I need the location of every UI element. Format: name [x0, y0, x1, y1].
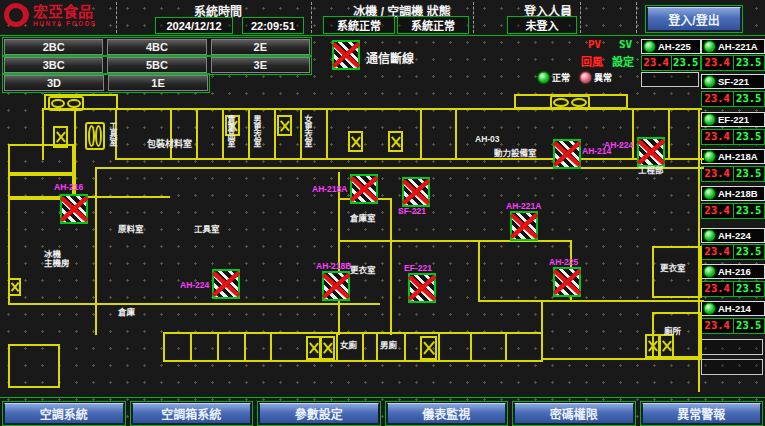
map-wall: [376, 332, 378, 362]
empty-slot: [701, 359, 763, 375]
map-wall: [570, 240, 572, 302]
map-wall: [668, 108, 670, 160]
unit-ah-218b[interactable]: AH-218B: [701, 186, 765, 201]
header-divider: [116, 2, 117, 33]
room-label: 工具室: [108, 122, 117, 156]
room-label: 更衣室: [350, 266, 376, 275]
login-logout-button[interactable]: 登入/登出: [647, 7, 741, 31]
equipment-fault-icon[interactable]: [60, 194, 88, 224]
map-wall: [115, 108, 117, 160]
floor-button-row-2: 3BC 5BC 3E: [2, 55, 312, 75]
legend-normal: 正常: [538, 71, 570, 84]
map-wall: [338, 240, 392, 242]
equipment-label: SF-221: [398, 206, 426, 216]
floor-button-2bc[interactable]: 2BC: [4, 39, 103, 55]
equipment-fault-icon[interactable]: [553, 139, 581, 169]
unit-name: AH-224: [718, 230, 751, 241]
map-wall: [8, 196, 170, 198]
stairs-icon: [550, 95, 590, 110]
pv-header: PV: [588, 38, 601, 51]
unit-ah-214[interactable]: AH-214: [701, 301, 765, 316]
room-label: 男更衣室: [252, 115, 261, 157]
floor-button-1e[interactable]: 1E: [108, 75, 208, 91]
unit-ah-225-values: 23.423.5: [641, 55, 701, 71]
header-divider: [636, 2, 637, 33]
equipment-fault-icon[interactable]: [510, 211, 538, 241]
map-wall: [632, 108, 634, 160]
floor-button-3e[interactable]: 3E: [211, 57, 310, 73]
footer-separator-line: [0, 397, 765, 398]
map-wall: [390, 240, 572, 242]
pv-value: 23.4: [702, 92, 734, 106]
equipment-label: AH-225: [549, 257, 578, 267]
nav-password-authority-button[interactable]: 密碼權限: [514, 403, 634, 424]
equipment-fault-icon[interactable]: [408, 273, 436, 303]
map-wall: [170, 108, 172, 160]
floor-button-3d[interactable]: 3D: [4, 75, 104, 91]
nav-ahu-system-button[interactable]: 空調箱系統: [132, 403, 252, 424]
unit-ah-225[interactable]: AH-225: [641, 39, 701, 54]
comm-loss-label: 通信斷線: [366, 49, 414, 66]
map-wall: [42, 108, 702, 110]
unit-name: AH-218A: [718, 151, 758, 162]
unit-ah-224[interactable]: AH-224: [701, 228, 765, 243]
map-wall: [478, 240, 480, 302]
unit-ah-218a[interactable]: AH-218A: [701, 149, 765, 164]
unit-name: SF-221: [718, 76, 749, 87]
map-wall: [274, 108, 276, 160]
room-label: 女更衣室: [303, 115, 312, 157]
nav-parameter-settings-button[interactable]: 參數設定: [259, 403, 379, 424]
map-wall: [698, 108, 700, 392]
floor-button-2e[interactable]: 2E: [211, 39, 310, 55]
header-separator-line: [0, 35, 765, 36]
equipment-fault-icon[interactable]: [637, 137, 665, 167]
room-label: 貴重品室: [226, 115, 235, 157]
unit-ah-218a-values: 23.423.5: [701, 166, 765, 182]
map-wall: [248, 108, 250, 160]
footer-slot: 異常警報: [640, 401, 764, 426]
comm-loss-icon: [332, 40, 360, 70]
shaft-icon: [320, 336, 335, 360]
nav-ac-system-button[interactable]: 空調系統: [4, 403, 124, 424]
pv-value: 23.4: [642, 56, 672, 70]
nav-meter-monitor-button[interactable]: 儀表監視: [387, 403, 507, 424]
equipment-fault-icon[interactable]: [212, 269, 240, 299]
map-wall: [478, 300, 704, 302]
equipment-fault-icon[interactable]: [402, 177, 430, 207]
map-wall: [362, 332, 364, 362]
floor-button-3bc[interactable]: 3BC: [4, 57, 103, 73]
shaft-icon: [659, 334, 674, 358]
sv-value: 23.5: [734, 56, 765, 70]
shaft-icon: [420, 336, 437, 360]
floor-button-row-3: 3D 1E: [2, 73, 210, 93]
map-wall: [326, 108, 328, 160]
room-label: AH-03: [475, 135, 500, 144]
footer-slot: 參數設定: [257, 401, 381, 426]
unit-sf-221[interactable]: SF-221: [701, 74, 765, 89]
sv-header: SV: [619, 38, 632, 51]
equipment-label: AH-224: [180, 280, 209, 290]
abnormal-led-icon: [580, 72, 591, 83]
room-label: 女廁: [340, 341, 357, 350]
pv-value: 23.4: [702, 130, 734, 144]
sv-value: 23.5: [672, 56, 701, 70]
equipment-fault-icon[interactable]: [553, 267, 581, 297]
unit-ef-221[interactable]: EF-221: [701, 112, 765, 127]
equipment-fault-icon[interactable]: [350, 174, 378, 204]
logo: 宏亞食品 HUNYA FOODS: [4, 3, 97, 27]
pv-value: 23.4: [702, 245, 734, 259]
map-wall: [336, 332, 338, 362]
floor-button-5bc[interactable]: 5BC: [107, 57, 206, 73]
floor-button-4bc[interactable]: 4BC: [107, 39, 206, 55]
map-wall: [514, 94, 628, 109]
map-wall: [190, 332, 192, 362]
map-wall: [338, 198, 392, 200]
sv-value: 23.5: [734, 167, 765, 181]
legend-abnormal-label: 異常: [594, 71, 612, 84]
unit-ah-216[interactable]: AH-216: [701, 264, 765, 279]
nav-abnormal-alarm-button[interactable]: 異常警報: [642, 403, 762, 424]
pv-value: 23.4: [702, 282, 734, 296]
equipment-label: AH-224: [604, 140, 633, 150]
unit-ah-221a[interactable]: AH-221A: [701, 39, 765, 54]
equipment-fault-icon[interactable]: [322, 271, 350, 301]
